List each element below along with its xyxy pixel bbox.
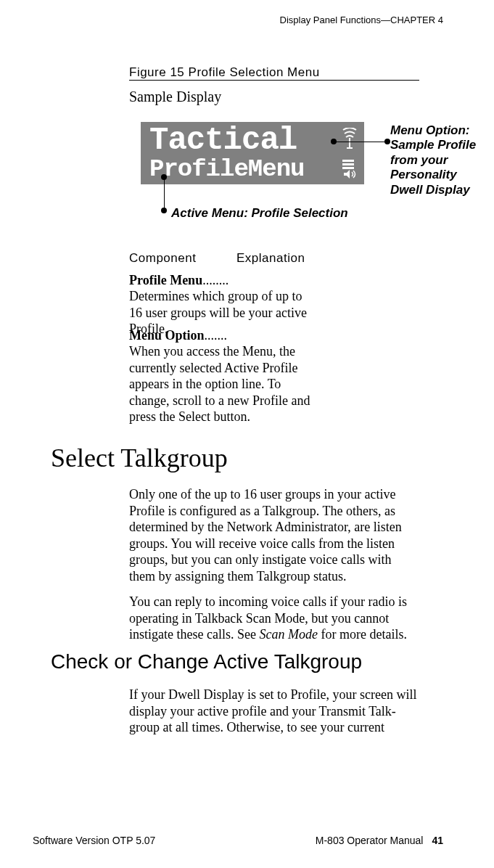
leader-line-bottom bbox=[164, 177, 165, 209]
annotation-active-menu: Active Menu: Profile Selection bbox=[171, 206, 348, 221]
table-head-explanation: Explanation bbox=[236, 251, 305, 266]
heading-check-change-talkgroup: Check or Change Active Talkgroup bbox=[51, 650, 362, 673]
antenna-icon bbox=[341, 128, 358, 150]
speaker-icon bbox=[341, 157, 358, 179]
paragraph: If your Dwell Display is set to Profile,… bbox=[129, 687, 419, 736]
page: Display Panel Functions—CHAPTER 4 Figure… bbox=[0, 0, 494, 868]
table-head-component: Component bbox=[129, 251, 196, 266]
footer-manual-label: M-803 Operator Manual bbox=[316, 835, 424, 846]
svg-rect-3 bbox=[342, 163, 354, 165]
figure-title: Figure 15 Profile Selection Menu bbox=[129, 65, 320, 80]
component-name: Menu Option bbox=[129, 328, 205, 343]
paragraph: Only one of the up to 16 user groups in … bbox=[129, 486, 419, 584]
component-cell: Profile Menu........ bbox=[129, 273, 236, 288]
leader-dot-bottom-end bbox=[161, 208, 167, 213]
page-number: 41 bbox=[432, 835, 443, 846]
table-row: Menu Option....... When you access the M… bbox=[129, 328, 419, 425]
display-line-2: ProfileMenu bbox=[149, 157, 304, 181]
leader-line-right bbox=[334, 142, 387, 142]
header-chapter: Display Panel Functions—CHAPTER 4 bbox=[280, 15, 443, 25]
component-cell: Menu Option....... bbox=[129, 328, 236, 343]
device-display: Tactical ProfileMenu bbox=[141, 122, 364, 184]
leader-dot-right-end bbox=[384, 139, 390, 144]
explanation-cell: When you access the Menu, the currently … bbox=[129, 343, 310, 425]
paragraph: You can reply to incoming voice calls if… bbox=[129, 594, 419, 643]
component-dots: ........ bbox=[202, 273, 229, 287]
leader-dot-right-start bbox=[331, 139, 337, 144]
svg-rect-2 bbox=[342, 160, 354, 162]
leader-dot-bottom-start bbox=[161, 174, 167, 180]
figure-divider bbox=[129, 80, 419, 81]
component-dots: ....... bbox=[205, 328, 228, 343]
component-name: Profile Menu bbox=[129, 273, 202, 287]
svg-rect-4 bbox=[342, 167, 354, 169]
footer-software-version: Software Version OTP 5.07 bbox=[33, 835, 155, 846]
annotation-menu-option: Menu Option: Sample Profile from your Pe… bbox=[390, 123, 485, 197]
heading-select-talkgroup: Select Talkgroup bbox=[51, 443, 228, 473]
paragraph-text: for more details. bbox=[318, 627, 407, 642]
scan-mode-reference: Scan Mode bbox=[259, 627, 317, 642]
display-line-1: Tactical bbox=[149, 124, 297, 156]
sample-display-label: Sample Display bbox=[129, 89, 221, 105]
footer-manual: M-803 Operator Manual41 bbox=[316, 835, 443, 846]
